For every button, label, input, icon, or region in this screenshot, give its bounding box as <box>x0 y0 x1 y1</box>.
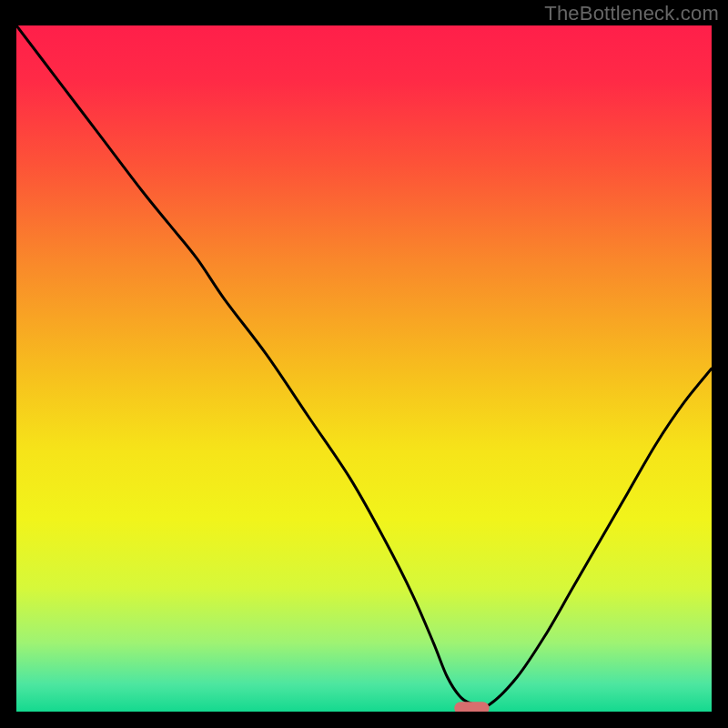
watermark-text: TheBottleneck.com <box>544 2 719 25</box>
optimum-marker <box>454 702 489 712</box>
chart-container <box>16 25 712 712</box>
outer-frame: TheBottleneck.com <box>0 0 728 728</box>
bottleneck-chart <box>16 25 712 712</box>
gradient-background <box>16 25 712 712</box>
